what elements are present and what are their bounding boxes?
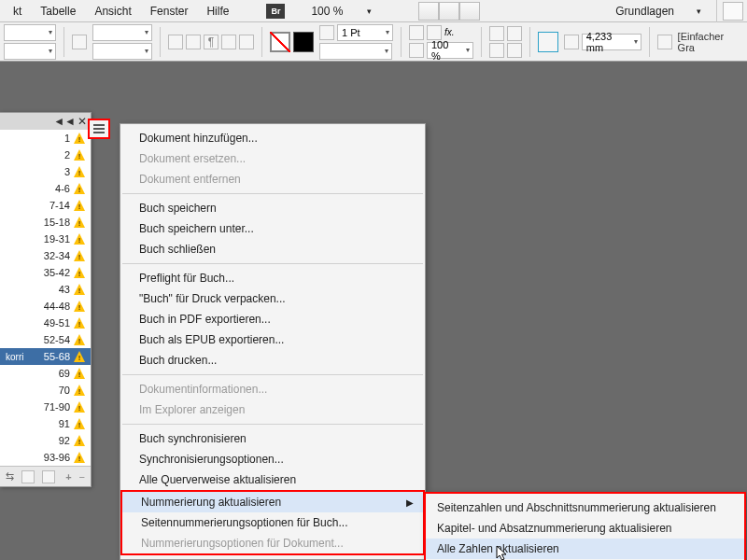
menu-update-numbering-label: Nummerierung aktualisieren — [141, 496, 281, 509]
corner-icon[interactable] — [657, 35, 672, 49]
print-book-icon[interactable] — [42, 470, 55, 483]
fill-swatch[interactable] — [293, 32, 314, 52]
frame-fit-label: [Einfacher Gra — [678, 31, 743, 53]
stroke-swatch[interactable] — [270, 32, 290, 52]
fx-label[interactable]: fx. — [444, 27, 455, 37]
book-row[interactable]: 91 — [0, 415, 91, 432]
height-select[interactable] — [92, 43, 152, 60]
control-panel: ¶ 1 Pt fx. 100 % — [0, 22, 747, 62]
menu-fenster[interactable]: Fenster — [141, 5, 198, 18]
remove-doc-icon[interactable]: − — [79, 471, 85, 483]
submenu-chapter-para-numbers[interactable]: Kapitel- und Absatznummerierung aktualis… — [426, 518, 744, 539]
book-row[interactable]: 93-96 — [0, 449, 91, 466]
dim-stepper[interactable] — [564, 35, 579, 49]
book-row[interactable]: korri55-68 — [0, 348, 91, 365]
menu-update-numbering[interactable]: Nummerierung aktualisieren ▶ — [122, 492, 423, 512]
book-row-pages: 2 — [64, 149, 70, 161]
book-row[interactable]: 35-42 — [0, 264, 91, 281]
book-row[interactable]: 49-51 — [0, 315, 91, 331]
chain-icon[interactable] — [72, 35, 87, 49]
menu-ansicht[interactable]: Ansicht — [85, 5, 140, 18]
book-row[interactable]: 4-6 — [0, 180, 91, 197]
menu-kt[interactable]: kt — [4, 5, 31, 18]
warning-icon — [74, 435, 85, 446]
menu-export-epub[interactable]: Buch als EPUB exportieren... — [120, 329, 425, 350]
book-row[interactable]: 70 — [0, 382, 91, 399]
menu-preflight[interactable]: Preflight für Buch... — [120, 268, 425, 288]
save-book-icon[interactable] — [21, 470, 35, 483]
menu-tabelle[interactable]: Tabelle — [31, 5, 85, 18]
menu-sync-options[interactable]: Synchronisierungsoptionen... — [120, 449, 425, 469]
menu-close-book[interactable]: Buch schließen — [120, 239, 425, 259]
menu-add-document[interactable]: Dokument hinzufügen... — [120, 128, 425, 148]
book-row[interactable]: 15-18 — [0, 214, 91, 231]
anchor-icon-2[interactable] — [186, 35, 201, 49]
book-row-pages: 19-31 — [44, 233, 70, 245]
dim-value[interactable]: 4,233 mm — [582, 34, 641, 50]
textwrap-icon-1[interactable] — [221, 35, 236, 49]
fit-icon-1[interactable] — [489, 26, 504, 41]
book-row[interactable]: 71-90 — [0, 399, 91, 415]
zoom-level[interactable]: 100 % — [302, 5, 352, 18]
book-row[interactable]: 44-48 — [0, 298, 91, 315]
stroke-style-select[interactable] — [319, 43, 392, 60]
view-mode-icon-1[interactable] — [418, 2, 439, 21]
view-mode-icon-2[interactable] — [439, 2, 459, 21]
bridge-icon[interactable]: Br — [266, 4, 285, 19]
book-row-pages: 93-96 — [44, 452, 70, 463]
book-row[interactable]: 19-31 — [0, 231, 91, 247]
menu-print-book[interactable]: Buch drucken... — [120, 350, 425, 371]
book-row[interactable]: 69 — [0, 365, 91, 382]
anchor-icon-1[interactable] — [168, 35, 183, 49]
char-style-select[interactable] — [4, 43, 56, 60]
menu-export-pdf[interactable]: Buch in PDF exportieren... — [120, 309, 425, 329]
width-select[interactable] — [92, 24, 152, 41]
menu-update-xrefs[interactable]: Alle Querverweise aktualisieren — [120, 469, 425, 490]
view-mode-icon-3[interactable] — [459, 2, 480, 21]
textwrap-icon-2[interactable] — [239, 35, 254, 49]
panel-menu-button[interactable] — [88, 119, 110, 139]
workspace-switcher[interactable]: Grundlagen — [606, 5, 684, 18]
panel-collapse-icon[interactable]: ◄◄ — [53, 115, 76, 128]
warning-icon — [74, 183, 85, 194]
book-document-list[interactable]: 1234-67-1415-1819-3132-3435-424344-4849-… — [0, 130, 91, 466]
book-row[interactable]: 43 — [0, 281, 91, 298]
search-icon[interactable] — [723, 2, 743, 21]
zoom-dropdown-icon[interactable]: ▾ — [358, 7, 381, 16]
fx-icon-2[interactable] — [427, 25, 442, 40]
warning-icon — [74, 217, 85, 228]
menu-doc-info: Dokumentinformationen... — [120, 379, 425, 399]
fit-icon-2[interactable] — [507, 26, 522, 41]
submenu-page-section-numbers[interactable]: Seitenzahlen und Abschnittsnummerierung … — [426, 497, 744, 518]
frame-edges-icon[interactable] — [538, 32, 558, 52]
para-style-select[interactable] — [4, 24, 56, 41]
stroke-weight-stepper[interactable] — [319, 25, 334, 40]
fx-icon-1[interactable] — [409, 25, 424, 40]
add-doc-icon[interactable]: + — [65, 471, 71, 483]
sync-book-icon[interactable]: ⇆ — [6, 470, 14, 483]
menu-page-numbering-options[interactable]: Seitennummerierungsoptionen für Buch... — [122, 512, 423, 533]
opacity-icon[interactable] — [409, 43, 424, 58]
fit-icon-4[interactable] — [507, 43, 522, 58]
menu-save-book[interactable]: Buch speichern — [120, 198, 425, 218]
menu-sync-book[interactable]: Buch synchronisieren — [120, 428, 425, 449]
workspace-dropdown-icon[interactable]: ▾ — [687, 7, 711, 16]
pilcrow-icon[interactable]: ¶ — [204, 35, 218, 49]
book-row[interactable]: 7-14 — [0, 197, 91, 214]
menu-save-book-as[interactable]: Buch speichern unter... — [120, 218, 425, 239]
book-row[interactable]: 3 — [0, 163, 91, 180]
menu-hilfe[interactable]: Hilfe — [197, 5, 238, 18]
stroke-weight-select[interactable]: 1 Pt — [337, 24, 393, 41]
panel-close-icon[interactable]: ✕ — [78, 115, 87, 128]
warning-icon — [74, 418, 85, 429]
book-row[interactable]: 1 — [0, 130, 91, 147]
submenu-all-numbers[interactable]: Alle Zahlen aktualisieren — [426, 539, 744, 559]
book-row[interactable]: 52-54 — [0, 331, 91, 348]
opacity-select[interactable]: 100 % — [427, 42, 473, 59]
book-row[interactable]: 92 — [0, 432, 91, 449]
book-row[interactable]: 2 — [0, 147, 91, 163]
book-row-pages: 55-68 — [44, 351, 70, 362]
fit-icon-3[interactable] — [489, 43, 504, 58]
book-row[interactable]: 32-34 — [0, 247, 91, 264]
menu-package[interactable]: "Buch" für Druck verpacken... — [120, 288, 425, 309]
